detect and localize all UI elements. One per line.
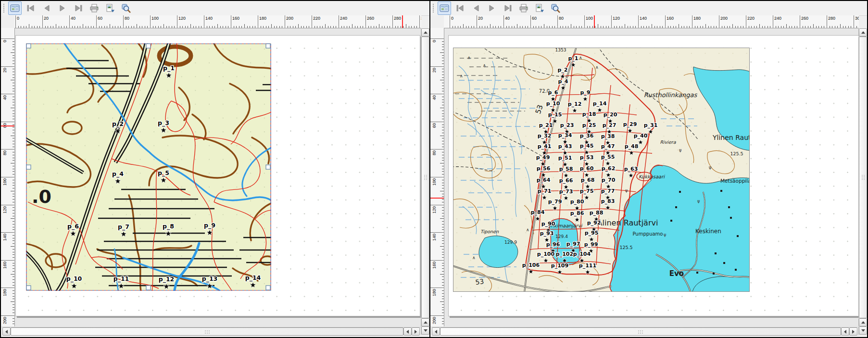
arrow-up-icon [424, 321, 428, 324]
svg-text:ψ: ψ [664, 233, 666, 237]
svg-text:p_53: p_53 [580, 154, 594, 161]
svg-text:p_106: p_106 [522, 262, 540, 268]
composer-window-right: 0204060801001201401601802002202402602803… [430, 1, 867, 337]
svg-text:p_70: p_70 [602, 177, 616, 183]
svg-text:p_77: p_77 [601, 188, 615, 194]
composer-map-preview-button[interactable] [8, 1, 22, 15]
svg-text:p_86: p_86 [570, 210, 584, 216]
svg-text:p_11: p_11 [113, 275, 129, 283]
svg-text:p_2: p_2 [557, 67, 567, 73]
ruler-tick-label: 100 [586, 16, 593, 21]
horizontal-scroll-thumb[interactable] [11, 327, 403, 336]
scroll-down-button[interactable] [859, 326, 867, 335]
scroll-up-button[interactable] [421, 28, 429, 37]
next-page-button[interactable] [485, 1, 499, 15]
scroll-up-button-2[interactable] [859, 318, 867, 326]
ruler-tick-label: 160 [232, 16, 239, 21]
ruler-tick-label: 220 [313, 16, 320, 21]
last-page-button[interactable] [72, 1, 85, 15]
ruler-tick-label: 0 [17, 16, 19, 21]
ruler-tick-label: 40 [2, 95, 7, 100]
vertical-scroll-thumb[interactable] [421, 37, 429, 318]
svg-text:p_49: p_49 [536, 154, 550, 161]
svg-text:p_3: p_3 [158, 119, 169, 127]
toolbar-buttons [438, 1, 562, 15]
ruler-tick-label: 40 [71, 16, 75, 21]
first-page-button[interactable] [24, 1, 38, 15]
svg-text:p_12: p_12 [568, 101, 582, 107]
scroll-left-button[interactable] [2, 327, 11, 336]
map-item[interactable]: ∧∧∧ ∧∧∧ ∧ ψψψ ψψψ 135372.053Rusthollinka… [453, 48, 750, 292]
svg-text:p_21: p_21 [539, 122, 553, 128]
ruler-tick-label: 20 [44, 16, 49, 21]
horizontal-scrollbar[interactable] [2, 327, 420, 336]
vertical-scrollbar[interactable] [858, 28, 867, 335]
svg-text:p_13: p_13 [202, 275, 218, 283]
svg-text:∧: ∧ [472, 255, 476, 260]
svg-text:p_63: p_63 [624, 166, 638, 172]
ruler-tick-label: 160 [2, 262, 7, 269]
vertical-scroll-thumb[interactable] [859, 37, 867, 318]
scroll-up-button[interactable] [859, 28, 867, 37]
svg-text:p_6: p_6 [548, 89, 558, 96]
map-label-text: 1353 [555, 48, 566, 52]
toolbar-drag-handle[interactable] [3, 3, 5, 13]
toolbar-drag-handle[interactable] [432, 3, 435, 13]
composer-map-preview-button[interactable] [438, 1, 451, 15]
toolbar [1, 1, 429, 16]
svg-text:p_79: p_79 [548, 199, 562, 205]
previous-page-button[interactable] [469, 1, 483, 15]
svg-text:p_102: p_102 [556, 251, 573, 257]
composition-canvas[interactable]: .0 p_1p_2p_3p_4p_5p_6p_7p_8p_9p_10p_11p_… [14, 28, 422, 326]
next-page-button[interactable] [56, 1, 69, 15]
zoom-settings-button[interactable] [549, 1, 562, 15]
scroll-left-button[interactable] [432, 327, 440, 336]
vertical-scrollbar[interactable] [421, 28, 429, 335]
map-item-selected[interactable]: .0 p_1p_2p_3p_4p_5p_6p_7p_8p_9p_10p_11p_… [26, 43, 271, 291]
svg-text:p_34: p_34 [558, 132, 572, 138]
first-page-button[interactable] [453, 1, 467, 15]
ruler-tick-label: 220 [747, 16, 755, 21]
previous-page-button[interactable] [40, 1, 53, 15]
ruler-tick-label: 40 [505, 16, 510, 21]
scroll-down-button[interactable] [421, 326, 429, 335]
composition-canvas[interactable]: ∧∧∧ ∧∧∧ ∧ ψψψ ψψψ 135372.053Rusthollinka… [444, 28, 859, 326]
ruler-tick-label: 240 [774, 16, 781, 21]
svg-text:p_9: p_9 [580, 89, 590, 96]
svg-text:p_36: p_36 [580, 133, 594, 139]
svg-text:p_92: p_92 [587, 220, 601, 226]
arrow-left-icon [435, 330, 437, 334]
horizontal-scroll-thumb[interactable] [440, 327, 841, 336]
ruler-tick-label: 200 [286, 16, 293, 21]
zoom-settings-button[interactable] [119, 1, 133, 15]
svg-text:p_68: p_68 [581, 177, 595, 183]
export-image-button[interactable] [533, 1, 546, 15]
scroll-grip [424, 175, 428, 180]
ruler-tick-label: 280 [828, 16, 835, 21]
print-button[interactable] [517, 1, 530, 15]
print-button[interactable] [88, 1, 101, 15]
map-label-text: 129.9 [504, 240, 517, 245]
last-page-button[interactable] [501, 1, 515, 15]
scroll-left-button-2[interactable] [403, 327, 412, 336]
svg-text:∧: ∧ [460, 74, 463, 78]
ruler-tick-label: 100 [151, 16, 159, 21]
svg-text:p_47: p_47 [601, 143, 615, 150]
scroll-right-button[interactable] [412, 327, 420, 336]
ruler-tick-label: 160 [432, 262, 437, 269]
svg-text:p_20: p_20 [604, 112, 617, 118]
ruler-tick-label: 180 [259, 16, 266, 21]
horizontal-scrollbar[interactable] [431, 327, 858, 336]
svg-text:p_4: p_4 [112, 170, 124, 178]
scroll-up-button-2[interactable] [421, 318, 429, 326]
scroll-left-button-2[interactable] [841, 327, 849, 336]
export-image-button[interactable] [103, 1, 117, 15]
arrow-up-icon [861, 321, 865, 324]
svg-text:p_71: p_71 [538, 188, 552, 194]
ruler-tick-label: 20 [432, 68, 437, 73]
scroll-right-button[interactable] [849, 327, 857, 336]
svg-text:p_32: p_32 [538, 133, 552, 139]
composer-window-left: 0204060801001201401601802002202402602803… [1, 1, 429, 337]
svg-text:p_75: p_75 [580, 188, 594, 194]
svg-text:p_83: p_83 [601, 198, 615, 204]
